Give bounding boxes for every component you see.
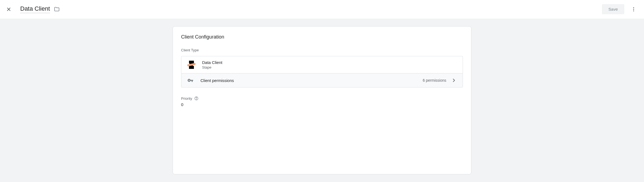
priority-value: 0	[181, 102, 463, 107]
config-card: Client Configuration Client Type Data Cl…	[173, 26, 471, 174]
content-area: Client Configuration Client Type Data Cl…	[0, 19, 644, 182]
svg-point-3	[633, 9, 634, 10]
permissions-count: 6 permissions	[423, 78, 446, 83]
svg-point-2	[633, 7, 634, 8]
card-title: Client Configuration	[173, 34, 471, 40]
svg-point-4	[633, 10, 634, 11]
priority-label-row: Priority	[181, 96, 463, 101]
page-title[interactable]: Data Client	[20, 5, 50, 13]
stape-logo-icon	[187, 60, 196, 69]
svg-point-7	[196, 99, 197, 99]
permissions-label: Client permissions	[200, 78, 423, 83]
save-button[interactable]: Save	[602, 4, 624, 14]
client-vendor: Stape	[202, 65, 222, 69]
client-type-selector[interactable]: Data Client Stape	[181, 56, 463, 74]
client-info: Data Client Stape	[202, 60, 222, 69]
chevron-right-icon	[451, 78, 457, 83]
priority-label: Priority	[181, 96, 192, 101]
header-bar: Data Client Save	[0, 0, 644, 19]
more-icon[interactable]	[629, 4, 639, 14]
priority-section: Priority 0	[173, 96, 471, 107]
client-name: Data Client	[202, 60, 222, 65]
client-type-label: Client Type	[173, 48, 471, 52]
key-icon	[187, 77, 193, 83]
client-permissions-row[interactable]: Client permissions 6 permissions	[181, 74, 463, 87]
help-icon[interactable]	[194, 96, 199, 101]
close-icon[interactable]	[5, 6, 12, 13]
folder-icon[interactable]	[54, 6, 60, 12]
